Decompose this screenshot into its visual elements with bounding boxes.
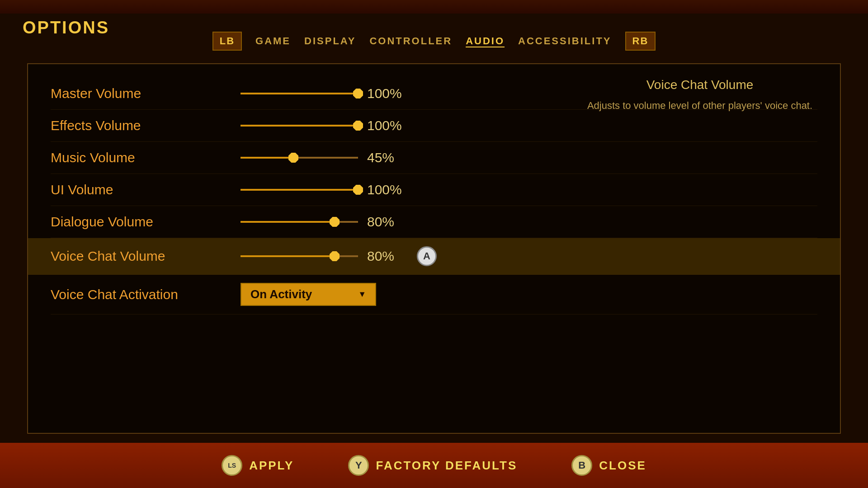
setting-row-effects-volume: Effects Volume 100% bbox=[51, 110, 817, 142]
dialogue-volume-thumb bbox=[330, 217, 340, 227]
voice-chat-activation-value: On Activity bbox=[250, 287, 312, 301]
tab-display[interactable]: DISPLAY bbox=[304, 35, 356, 47]
rb-button[interactable]: RB bbox=[625, 32, 656, 51]
tab-game[interactable]: GAME bbox=[255, 35, 291, 47]
tab-audio[interactable]: AUDIO bbox=[466, 35, 505, 47]
effects-volume-slider-container[interactable]: 100% bbox=[241, 118, 817, 133]
factory-defaults-label: FACTORY DEFAULTS bbox=[376, 459, 517, 473]
music-volume-value: 45% bbox=[367, 150, 403, 165]
lb-button[interactable]: LB bbox=[212, 32, 242, 51]
ls-icon: LS bbox=[222, 455, 242, 476]
voice-chat-activation-label: Voice Chat Activation bbox=[51, 287, 241, 302]
ui-volume-value: 100% bbox=[367, 182, 403, 197]
close-action[interactable]: B CLOSE bbox=[571, 455, 646, 476]
dialogue-volume-value: 80% bbox=[367, 214, 403, 230]
voice-chat-volume-fill bbox=[241, 255, 335, 257]
master-volume-fill bbox=[241, 93, 358, 94]
close-label: CLOSE bbox=[599, 459, 646, 473]
music-volume-label: Music Volume bbox=[51, 150, 241, 165]
master-volume-thumb bbox=[353, 89, 363, 99]
tab-navigation: LB GAME DISPLAY CONTROLLER AUDIO ACCESSI… bbox=[0, 32, 868, 51]
voice-chat-activation-dropdown[interactable]: On Activity ▼ bbox=[241, 283, 376, 306]
dialogue-volume-track[interactable] bbox=[241, 221, 358, 223]
content-area: Master Volume 100% Effects Volume bbox=[27, 63, 841, 434]
dialogue-volume-slider-container[interactable]: 80% bbox=[241, 214, 817, 230]
voice-chat-volume-thumb bbox=[330, 251, 340, 261]
music-volume-track[interactable] bbox=[241, 157, 358, 159]
ui-volume-track[interactable] bbox=[241, 189, 358, 191]
effects-volume-value: 100% bbox=[367, 118, 403, 133]
a-button[interactable]: A bbox=[417, 246, 437, 266]
setting-row-dialogue-volume: Dialogue Volume 80% bbox=[51, 206, 817, 238]
tab-accessibility[interactable]: ACCESSIBILITY bbox=[518, 35, 611, 47]
music-volume-slider-container[interactable]: 45% bbox=[241, 150, 817, 165]
top-bar bbox=[0, 0, 868, 14]
voice-chat-activation-container: On Activity ▼ bbox=[241, 283, 817, 306]
setting-row-music-volume: Music Volume 45% bbox=[51, 142, 817, 174]
tab-controller[interactable]: CONTROLLER bbox=[369, 35, 452, 47]
ui-volume-thumb bbox=[353, 185, 363, 195]
master-volume-track[interactable] bbox=[241, 93, 358, 94]
b-icon: B bbox=[571, 455, 592, 476]
info-panel-description: Adjusts to volume level of other players… bbox=[587, 99, 813, 113]
master-volume-label: Master Volume bbox=[51, 86, 241, 101]
effects-volume-track[interactable] bbox=[241, 125, 358, 127]
effects-volume-thumb bbox=[353, 121, 363, 131]
voice-chat-volume-label: Voice Chat Volume bbox=[51, 249, 241, 264]
setting-row-voice-chat-activation: Voice Chat Activation On Activity ▼ bbox=[51, 275, 817, 314]
info-panel: Voice Chat Volume Adjusts to volume leve… bbox=[587, 78, 813, 113]
voice-chat-volume-value: 80% bbox=[367, 249, 403, 264]
info-panel-title: Voice Chat Volume bbox=[587, 78, 813, 92]
music-volume-thumb bbox=[288, 153, 298, 163]
setting-row-voice-chat-volume: Voice Chat Volume 80% A bbox=[28, 238, 840, 275]
dialogue-volume-label: Dialogue Volume bbox=[51, 214, 241, 230]
effects-volume-label: Effects Volume bbox=[51, 118, 241, 133]
master-volume-value: 100% bbox=[367, 86, 403, 101]
factory-defaults-action[interactable]: Y FACTORY DEFAULTS bbox=[348, 455, 517, 476]
music-volume-fill bbox=[241, 157, 293, 159]
bottom-bar: LS APPLY Y FACTORY DEFAULTS B CLOSE bbox=[0, 443, 868, 488]
y-icon: Y bbox=[348, 455, 369, 476]
ui-volume-fill bbox=[241, 189, 358, 191]
apply-action[interactable]: LS APPLY bbox=[222, 455, 294, 476]
ui-volume-label: UI Volume bbox=[51, 182, 241, 197]
voice-chat-volume-slider-container[interactable]: 80% A bbox=[241, 246, 817, 266]
apply-label: APPLY bbox=[249, 459, 294, 473]
dropdown-arrow-icon: ▼ bbox=[358, 290, 366, 299]
effects-volume-fill bbox=[241, 125, 358, 127]
dialogue-volume-fill bbox=[241, 221, 335, 223]
voice-chat-volume-track[interactable] bbox=[241, 255, 358, 257]
ui-volume-slider-container[interactable]: 100% bbox=[241, 182, 817, 197]
setting-row-ui-volume: UI Volume 100% bbox=[51, 174, 817, 206]
